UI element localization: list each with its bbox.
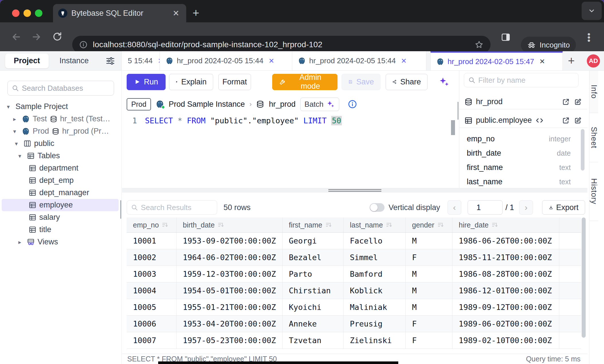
save-button[interactable]: Save: [342, 74, 381, 90]
table-row[interactable]: 100071957-05-23T00:00:00ZTzvetanZielinsk…: [127, 332, 581, 349]
cell[interactable]: 1986-12-01T00:00:00Z: [452, 282, 559, 299]
forward-icon[interactable]: [31, 31, 42, 42]
database-name[interactable]: hr_prod: [269, 100, 295, 109]
caret-down-icon[interactable]: ▾: [7, 103, 13, 110]
database-search-input[interactable]: [22, 84, 110, 93]
tree-node-table-title[interactable]: title: [0, 223, 120, 236]
cell[interactable]: F: [406, 332, 452, 349]
cell[interactable]: Zielinski: [344, 332, 406, 349]
cell[interactable]: Bamford: [344, 266, 406, 282]
cell[interactable]: F: [406, 249, 452, 266]
cell[interactable]: 1957-05-23T00:00:00Z: [177, 332, 283, 349]
panel-splitter[interactable]: [122, 188, 587, 193]
schema-database-row[interactable]: hr_prod: [459, 94, 587, 109]
cell[interactable]: 1955-01-21T00:00:00Z: [177, 299, 283, 315]
prev-page-button[interactable]: ‹: [448, 200, 461, 215]
cell[interactable]: 1953-04-20T00:00:00Z: [177, 316, 283, 332]
tree-node-table-employee[interactable]: employee: [2, 199, 119, 211]
tree-node-table-salary[interactable]: salary: [0, 211, 120, 223]
results-search-input[interactable]: [141, 203, 213, 212]
url-bar[interactable]: localhost:8080/sql-editor/prod-sample-in…: [72, 36, 491, 54]
sort-icon[interactable]: [162, 221, 168, 228]
cell[interactable]: Preusig: [344, 316, 406, 332]
tab-sheet[interactable]: Sheet: [589, 113, 598, 162]
cell[interactable]: 10006: [127, 316, 177, 332]
ai-assistant-icon[interactable]: [432, 74, 456, 90]
table-scrollbar[interactable]: [582, 217, 586, 338]
schema-filter-input[interactable]: [478, 76, 574, 85]
sort-icon[interactable]: [437, 221, 444, 228]
reload-icon[interactable]: [52, 31, 62, 42]
cell[interactable]: 10007: [127, 332, 177, 349]
info-icon[interactable]: [348, 100, 357, 109]
batch-button[interactable]: Batch: [300, 98, 340, 111]
cell[interactable]: M: [406, 233, 452, 249]
editor-scrollbar[interactable]: [451, 120, 455, 135]
schema-column-row[interactable]: birth_date date: [459, 146, 587, 160]
cell[interactable]: Anneke: [283, 316, 344, 332]
cell[interactable]: 10005: [127, 299, 177, 315]
instance-name[interactable]: Prod Sample Instance: [169, 100, 245, 109]
sql-editor-line[interactable]: 1 SELECT * FROM "public"."employee" LIMI…: [122, 116, 448, 125]
cell[interactable]: Koblick: [344, 282, 406, 299]
database-search[interactable]: [7, 81, 114, 96]
macos-minimize-button[interactable]: [23, 9, 31, 17]
results-search[interactable]: [127, 200, 217, 215]
site-info-icon[interactable]: [79, 40, 88, 49]
browser-menu-icon[interactable]: •••: [587, 33, 591, 42]
table-row[interactable]: 100021964-06-02T00:00:00ZBezalelSimmelF1…: [127, 249, 581, 266]
external-link-icon[interactable]: [562, 116, 570, 125]
cell[interactable]: 1953-09-02T00:00:00Z: [177, 233, 283, 249]
cell[interactable]: Facello: [344, 233, 406, 249]
grid-header-cell[interactable]: hire_date: [452, 217, 559, 232]
tree-node-views-group[interactable]: ▸ Views: [0, 236, 120, 248]
grid-header-cell[interactable]: gender: [406, 217, 452, 232]
format-button[interactable]: Format: [218, 74, 251, 90]
cell[interactable]: Chirstian: [283, 282, 344, 299]
cell[interactable]: 1986-08-28T00:00:00Z: [452, 266, 559, 282]
tree-node-hr-prod[interactable]: ▾ Prod hr_prod (Pr…: [0, 125, 120, 137]
tab-instance[interactable]: Instance: [60, 56, 89, 65]
explain-button[interactable]: Explain: [169, 74, 213, 90]
code-icon[interactable]: [535, 116, 544, 125]
tree-node-table-dept-emp[interactable]: dept_emp: [0, 174, 120, 187]
cell[interactable]: 10002: [127, 249, 177, 266]
grid-header-cell[interactable]: birth_date: [177, 217, 283, 232]
side-panel-icon[interactable]: [501, 32, 511, 42]
browser-tab[interactable]: Bytebase SQL Editor ✕: [53, 4, 186, 22]
tree-node-hr-test[interactable]: ▸ Test hr_test (Test…: [0, 113, 120, 125]
new-worksheet-icon[interactable]: +: [563, 51, 580, 70]
cell[interactable]: Bezalel: [283, 249, 344, 266]
grid-header-cell[interactable]: last_name: [344, 217, 406, 232]
share-button[interactable]: Share: [386, 74, 427, 90]
worksheet-tab-1[interactable]: 5 15:44 ✕: [122, 51, 160, 70]
worksheet-tab-3[interactable]: hr_prod 2024-02-05 15:44 ✕: [292, 51, 426, 70]
cell[interactable]: 1959-12-03T00:00:00Z: [177, 266, 283, 282]
cell[interactable]: F: [406, 316, 452, 332]
cell[interactable]: 1986-06-26T00:00:00Z: [452, 233, 559, 249]
schema-table-row[interactable]: public.employee: [459, 113, 587, 128]
cell[interactable]: Simmel: [344, 249, 406, 266]
close-icon[interactable]: ✕: [539, 58, 545, 66]
caret-down-icon[interactable]: ▾: [18, 153, 24, 159]
cell[interactable]: 1985-11-21T00:00:00Z: [452, 249, 559, 266]
macos-zoom-button[interactable]: [35, 9, 42, 17]
sort-icon[interactable]: [386, 221, 393, 228]
tree-node-schema-public[interactable]: ▾ public: [0, 137, 120, 150]
tree-node-tables-group[interactable]: ▾ Tables: [0, 150, 120, 162]
table-row[interactable]: 100041954-05-01T00:00:00ZChirstianKoblic…: [127, 282, 581, 299]
tree-node-table-dept-manager[interactable]: dept_manager: [0, 187, 120, 199]
user-avatar[interactable]: AD: [587, 54, 600, 68]
run-button[interactable]: Run: [127, 74, 166, 90]
cell[interactable]: M: [406, 299, 452, 315]
grid-header-cell[interactable]: first_name: [283, 217, 344, 232]
grid-header-cell[interactable]: emp_no: [127, 217, 177, 232]
vertical-display-toggle[interactable]: [370, 203, 385, 212]
cell[interactable]: Kyoichi: [283, 299, 344, 315]
caret-right-icon[interactable]: ▸: [13, 116, 19, 122]
caret-right-icon[interactable]: ▸: [18, 239, 24, 246]
cell[interactable]: Parto: [283, 266, 344, 282]
worksheet-tab-2[interactable]: hr_prod 2024-02-05 15:44 ✕: [160, 51, 292, 70]
tab-history[interactable]: History: [589, 162, 598, 221]
schema-filter[interactable]: [464, 73, 578, 87]
